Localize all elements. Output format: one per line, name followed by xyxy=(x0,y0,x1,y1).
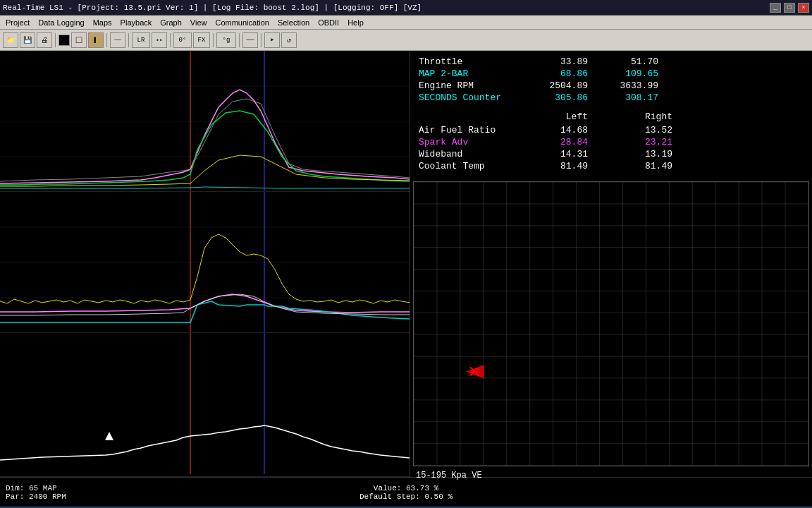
spark-label: Spark Adv xyxy=(419,137,531,147)
tb-blocks[interactable]: ▪▪ xyxy=(152,32,167,48)
ve-map-title-bar: 15-195 Kpa VE xyxy=(410,469,812,482)
coolant-label: Coolant Temp xyxy=(419,161,531,171)
wideband-right: 13.19 xyxy=(616,149,672,159)
dim-label: Dim: xyxy=(6,484,24,492)
svg-rect-16 xyxy=(414,182,808,466)
lr-header: Left Right xyxy=(419,111,804,122)
tb-sep1 xyxy=(55,33,56,47)
tb-open[interactable]: 📁 xyxy=(3,32,18,48)
throttle-label: Throttle xyxy=(419,56,531,67)
seconds-row: SECONDS Counter 305.86 308.17 xyxy=(419,92,804,103)
dim-status: Dim: 65 MAP xyxy=(6,484,147,492)
menu-obdii[interactable]: OBDII xyxy=(314,18,343,28)
afr-left: 14.68 xyxy=(531,125,588,135)
tb-cursor[interactable]: ▌ xyxy=(88,32,104,48)
throttle-val2: 51.70 xyxy=(602,56,658,67)
menu-graph[interactable]: Graph xyxy=(156,18,186,28)
menu-bar: Project Data Logging Maps Playback Graph… xyxy=(0,16,812,30)
close-button[interactable]: × xyxy=(798,3,809,13)
window-controls: _ □ × xyxy=(770,3,809,13)
menu-help[interactable]: Help xyxy=(343,18,368,28)
afr-right: 13.52 xyxy=(616,125,672,135)
menu-playback[interactable]: Playback xyxy=(116,18,156,28)
menu-project[interactable]: Project xyxy=(1,18,34,28)
par-val: 2400 RPM xyxy=(29,492,66,501)
chart2[interactable] xyxy=(0,192,410,333)
left-panel xyxy=(0,51,410,477)
ve-map[interactable]: Grid generation in JS below xyxy=(413,181,809,466)
value-status: Value: 63.73 % xyxy=(374,484,438,492)
spark-row: Spark Adv 28.84 23.21 xyxy=(419,137,804,147)
map-val1: 68.86 xyxy=(531,68,588,79)
toolbar: 📁 💾 🖨 □ ▌ ── LR ▪▪ 0° FX °g ── ➤ ↺ xyxy=(0,30,812,51)
seconds-val2: 308.17 xyxy=(602,92,658,103)
wideband-label: Wideband xyxy=(419,149,531,159)
afr-row: Air Fuel Ratio 14.68 13.52 xyxy=(419,125,804,135)
tb-refresh[interactable]: ↺ xyxy=(281,32,297,48)
chart3[interactable] xyxy=(0,333,410,477)
map-row: MAP 2-BAR 68.86 109.65 xyxy=(419,68,804,79)
tb-sep4 xyxy=(170,33,171,47)
window-title: Real-Time LS1 - [Project: 13.5.pri Ver: … xyxy=(3,4,422,12)
tb-square[interactable]: □ xyxy=(71,32,87,48)
right-panel: Throttle 33.89 51.70 MAP 2-BAR 68.86 109… xyxy=(410,51,812,477)
step-label: Default Step: xyxy=(359,492,420,501)
tb-save[interactable]: 💾 xyxy=(20,32,35,48)
throttle-row: Throttle 33.89 51.70 xyxy=(419,56,804,67)
menu-communication[interactable]: Communication xyxy=(211,18,273,28)
chart3-svg xyxy=(0,333,410,476)
value-val: 63.73 % xyxy=(406,484,438,492)
minimize-button[interactable]: _ xyxy=(770,3,781,13)
throttle-val1: 33.89 xyxy=(531,56,588,67)
rpm-row: Engine RPM 2504.89 3633.99 xyxy=(419,80,804,91)
map-label: MAP 2-BAR xyxy=(419,68,531,79)
tb-0deg[interactable]: 0° xyxy=(173,32,192,48)
rpm-val1: 2504.89 xyxy=(531,80,588,91)
tb-sep5 xyxy=(213,33,214,47)
maximize-button[interactable]: □ xyxy=(784,3,795,13)
coolant-left: 81.49 xyxy=(531,161,588,171)
menu-selection[interactable]: Selection xyxy=(273,18,314,28)
menu-maps[interactable]: Maps xyxy=(89,18,116,28)
data-readout: Throttle 33.89 51.70 MAP 2-BAR 68.86 109… xyxy=(410,51,812,179)
tb-deg-g[interactable]: °g xyxy=(216,32,236,48)
coolant-right: 81.49 xyxy=(616,161,672,171)
afr-label: Air Fuel Ratio xyxy=(419,125,531,135)
chart2-svg xyxy=(0,192,410,332)
status-left: Dim: 65 MAP Par: 2400 RPM xyxy=(6,484,147,501)
seconds-val1: 305.86 xyxy=(531,92,588,103)
tb-sep2 xyxy=(106,33,107,47)
ve-map-grid: Grid generation in JS below xyxy=(414,182,808,466)
seconds-label: SECONDS Counter xyxy=(419,92,531,103)
step-status: Default Step: 0.50 % xyxy=(359,492,453,501)
par-label: Par: xyxy=(6,492,24,501)
right-header: Right xyxy=(616,111,672,122)
title-bar: Real-Time LS1 - [Project: 13.5.pri Ver: … xyxy=(0,0,812,16)
chart1[interactable] xyxy=(0,51,410,192)
tb-fx[interactable]: FX xyxy=(193,32,210,48)
tb-lr[interactable]: LR xyxy=(132,32,150,48)
par-status: Par: 2400 RPM xyxy=(6,492,147,501)
chart1-svg xyxy=(0,51,410,191)
map-val2: 109.65 xyxy=(602,68,658,79)
dim-val: 65 MAP xyxy=(29,484,57,492)
wideband-left: 14.31 xyxy=(531,149,588,159)
spark-left: 28.84 xyxy=(531,137,588,147)
coolant-row: Coolant Temp 81.49 81.49 xyxy=(419,161,804,171)
status-center: Value: 63.73 % Default Step: 0.50 % xyxy=(147,484,665,501)
tb-arrow[interactable]: ➤ xyxy=(264,32,280,48)
tb-line[interactable]: ── xyxy=(242,32,258,48)
tb-sep7 xyxy=(261,33,262,47)
tb-print[interactable]: 🖨 xyxy=(37,32,52,48)
main-content: Throttle 33.89 51.70 MAP 2-BAR 68.86 109… xyxy=(0,51,812,477)
tb-black[interactable] xyxy=(59,35,70,46)
svg-rect-12 xyxy=(0,333,410,474)
tb-sep3 xyxy=(128,33,129,47)
tb-sep6 xyxy=(239,33,240,47)
step-val: 0.50 % xyxy=(424,492,453,501)
menu-view[interactable]: View xyxy=(186,18,211,28)
tb-dash[interactable]: ── xyxy=(110,32,125,48)
rpm-val2: 3633.99 xyxy=(602,80,658,91)
menu-datalogging[interactable]: Data Logging xyxy=(34,18,88,28)
left-header: Left xyxy=(531,111,588,122)
